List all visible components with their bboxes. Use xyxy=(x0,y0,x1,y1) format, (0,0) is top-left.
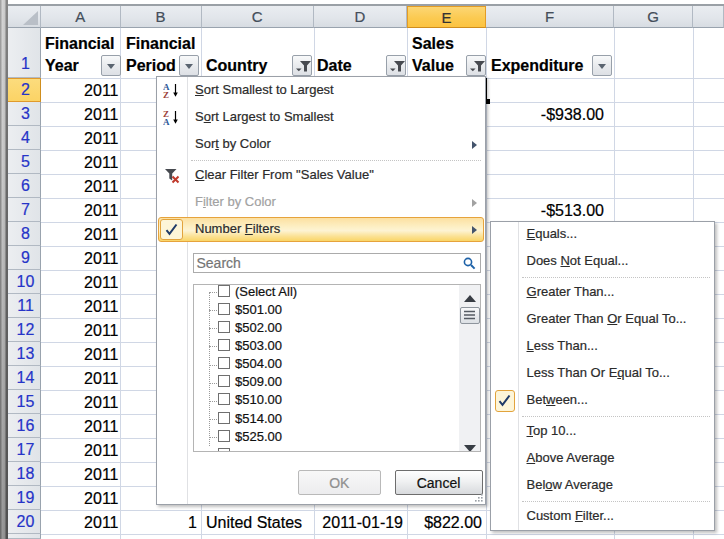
svg-text:A: A xyxy=(163,117,170,125)
svg-text:Z: Z xyxy=(163,90,169,98)
